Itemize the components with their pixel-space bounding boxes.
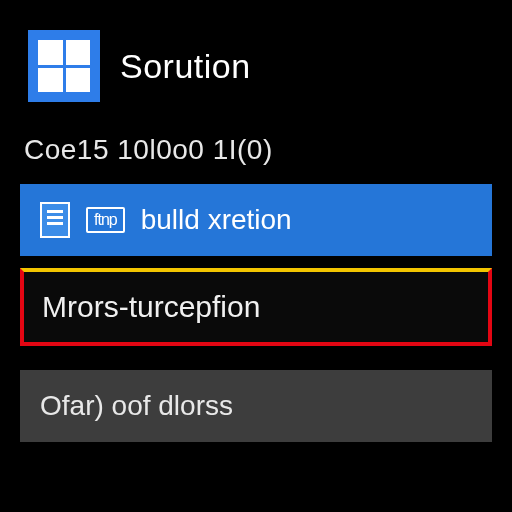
menu-item-label: Ofar) oof dlorss	[40, 390, 233, 422]
app-title: Sorution	[120, 47, 251, 86]
menu-item-errors[interactable]: Mrors-turcepfion	[20, 268, 492, 346]
badge: ftnp	[86, 207, 125, 233]
menu-item-other[interactable]: Ofar) oof dlorss	[20, 370, 492, 442]
code-subtitle: Coe15 10l0o0 1I(0)	[20, 126, 492, 184]
document-icon	[40, 202, 70, 238]
menu-item-label: bulld xretion	[141, 204, 292, 236]
menu-item-label: Mrors-turcepfion	[42, 290, 260, 324]
windows-logo-icon	[28, 30, 100, 102]
header: Sorution	[20, 20, 492, 126]
menu-item-build[interactable]: ftnp bulld xretion	[20, 184, 492, 256]
